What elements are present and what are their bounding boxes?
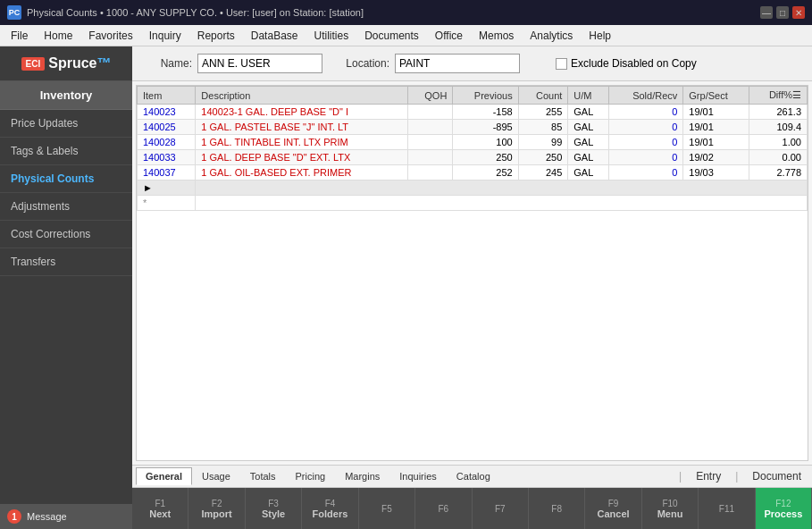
menu-utilities[interactable]: Utilities [306, 28, 356, 44]
exclude-group: Exclude Disabled on Copy [556, 57, 697, 70]
cell-count: 245 [518, 165, 568, 181]
fkey-f9[interactable]: F9Cancel [585, 488, 641, 529]
name-label: Name: [143, 57, 192, 70]
sidebar-item-tags-labels[interactable]: Tags & Labels [0, 138, 132, 165]
menu-analytics[interactable]: Analytics [523, 28, 580, 44]
cell-grp-sect: 19/01 [683, 120, 749, 135]
fkey-f10[interactable]: F10Menu [642, 488, 699, 529]
cell-count: 85 [518, 120, 568, 135]
sidebar-item-physical-counts[interactable]: Physical Counts [0, 165, 132, 193]
fkey-f12[interactable]: F12Process [756, 488, 812, 529]
cell-desc: 1 GAL. TINTABLE INT. LTX PRIM [196, 135, 408, 150]
cell-previous: 100 [453, 135, 518, 150]
cell-previous: -895 [453, 120, 518, 135]
cell-sold-recv: 0 [609, 165, 683, 181]
table-row[interactable]: 140033 1 GAL. DEEP BASE "D" EXT. LTX 250… [138, 150, 808, 165]
name-group: Name: [143, 54, 322, 73]
sidebar-section-header: Inventory [0, 81, 132, 110]
cell-um: GAL [568, 150, 609, 165]
tabs-bar: General Usage Totals Pricing Margins Inq… [132, 465, 812, 488]
exclude-checkbox[interactable] [556, 58, 567, 70]
table-row[interactable]: 140037 1 GAL. OIL-BASED EXT. PRIMER 252 … [138, 165, 808, 181]
menu-database[interactable]: DataBase [244, 28, 306, 44]
fkey-f4[interactable]: F4Folders [302, 488, 358, 529]
tabs-list: General Usage Totals Pricing Margins Inq… [136, 467, 672, 485]
tab-totals[interactable]: Totals [240, 467, 286, 485]
cell-item: 140025 [138, 120, 196, 135]
location-label: Location: [340, 57, 389, 70]
fkey-f8[interactable]: F8 [529, 488, 585, 529]
cell-diff: 1.00 [749, 135, 808, 150]
tab-catalog[interactable]: Catalog [447, 467, 500, 485]
menu-favorites[interactable]: Favorites [81, 28, 139, 44]
table-row[interactable]: 140023 140023-1 GAL. DEEP BASE "D" I -15… [138, 105, 808, 120]
tab-margins[interactable]: Margins [335, 467, 389, 485]
cell-desc: 140023-1 GAL. DEEP BASE "D" I [196, 105, 408, 120]
menu-home[interactable]: Home [37, 28, 80, 44]
message-label: Message [27, 511, 67, 522]
minimize-button[interactable]: — [760, 6, 773, 19]
table-row[interactable]: 140028 1 GAL. TINTABLE INT. LTX PRIM 100… [138, 135, 808, 150]
fkey-f1[interactable]: F1Next [132, 488, 188, 529]
sidebar-item-price-updates[interactable]: Price Updates [0, 110, 132, 138]
cell-count: 250 [518, 150, 568, 165]
menu-inquiry[interactable]: Inquiry [142, 28, 188, 44]
col-desc: Description [196, 87, 408, 105]
sidebar-item-cost-corrections[interactable]: Cost Corrections [0, 221, 132, 248]
maximize-button[interactable]: □ [776, 6, 789, 19]
col-diff: Diff% ☰ [749, 87, 808, 105]
tab-usage[interactable]: Usage [192, 467, 240, 485]
fkey-f3[interactable]: F3Style [246, 488, 302, 529]
name-input[interactable] [197, 54, 322, 73]
cell-diff: 2.778 [749, 165, 808, 181]
close-button[interactable]: ✕ [792, 6, 805, 19]
main-layout: ECI Spruce™ Inventory Price Updates Tags… [0, 46, 812, 529]
menu-memos[interactable]: Memos [472, 28, 521, 44]
cell-um: GAL [568, 165, 609, 181]
cell-diff: 0.00 [749, 150, 808, 165]
fkey-f11[interactable]: F11 [699, 488, 755, 529]
cell-sold-recv: 0 [609, 135, 683, 150]
cell-qoh [408, 105, 453, 120]
fkey-f5[interactable]: F5 [359, 488, 415, 529]
sidebar-item-transfers[interactable]: Transfers [0, 248, 132, 276]
col-count: Count [518, 87, 568, 105]
tab-general[interactable]: General [136, 467, 192, 485]
tab-inquiries[interactable]: Inquiries [389, 467, 447, 485]
fkey-f2[interactable]: F2Import [188, 488, 245, 529]
fkey-bar: F1NextF2ImportF3StyleF4FoldersF5F6F7F8F9… [132, 488, 812, 529]
fkey-f7[interactable]: F7 [473, 488, 529, 529]
cell-um: GAL [568, 105, 609, 120]
exclude-label: Exclude Disabled on Copy [571, 57, 697, 70]
location-input[interactable] [395, 54, 520, 73]
menu-documents[interactable]: Documents [357, 28, 426, 44]
eci-logo: ECI [21, 57, 46, 71]
location-group: Location: [340, 54, 520, 73]
expand-row[interactable]: ► [138, 181, 808, 196]
table-row[interactable]: 140025 1 GAL. PASTEL BASE "J" INT. LT -8… [138, 120, 808, 135]
sidebar-item-adjustments[interactable]: Adjustments [0, 193, 132, 221]
fkey-f6[interactable]: F6 [415, 488, 472, 529]
column-menu-icon[interactable]: ☰ [792, 89, 801, 101]
entry-action[interactable]: Entry [696, 470, 721, 483]
cell-previous: -158 [453, 105, 518, 120]
tab-pricing[interactable]: Pricing [286, 467, 336, 485]
cell-grp-sect: 19/02 [683, 150, 749, 165]
menu-office[interactable]: Office [428, 28, 470, 44]
menu-reports[interactable]: Reports [190, 28, 242, 44]
table-area: Item Description QOH Previous Count U/M … [136, 85, 808, 461]
document-action[interactable]: Document [752, 470, 801, 483]
expand-icon[interactable]: ► [138, 181, 196, 196]
new-row: * [138, 196, 808, 211]
sidebar: ECI Spruce™ Inventory Price Updates Tags… [0, 46, 132, 529]
cell-previous: 250 [453, 150, 518, 165]
menu-help[interactable]: Help [582, 28, 618, 44]
sidebar-message: 1 Message [0, 504, 132, 529]
content-area: Name: Location: Exclude Disabled on Copy… [132, 46, 812, 529]
cell-diff: 261.3 [749, 105, 808, 120]
cell-um: GAL [568, 135, 609, 150]
menu-file[interactable]: File [4, 28, 35, 44]
form-area: Name: Location: Exclude Disabled on Copy [132, 46, 812, 81]
app-icon: PC [7, 5, 21, 20]
col-sold-recv: Sold/Recv [609, 87, 683, 105]
